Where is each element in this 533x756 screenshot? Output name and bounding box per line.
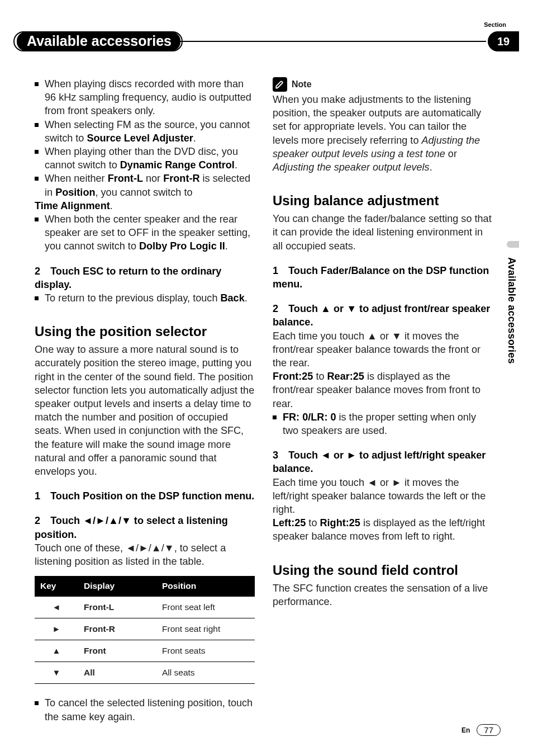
- step-body: Each time you touch ◄ or ► it moves the …: [273, 476, 493, 517]
- section-number-badge: 19: [488, 31, 519, 51]
- display-cell: Front-R: [78, 618, 156, 640]
- position-table: Key Display Position ◄ Front-L Front sea…: [35, 576, 255, 684]
- trailing-line: Time Alignment.: [35, 199, 255, 212]
- step: 3 Touch ◄ or ► to adjust left/right spea…: [273, 448, 493, 543]
- key-cell: ▼: [35, 662, 78, 684]
- table-header: Display: [78, 576, 156, 596]
- bold-term: Source Level Adjuster: [87, 133, 193, 144]
- bullet-tail: .: [235, 159, 237, 171]
- arrow-glyph: ▲: [367, 330, 377, 342]
- step: 1 Touch Fader/Balance on the DSP functio…: [273, 264, 493, 291]
- bullet-mid: nor: [143, 173, 163, 184]
- body-text: to: [313, 371, 327, 382]
- body-text: Each time you touch: [273, 330, 367, 342]
- step-body: Left:25 to Right:25 is displayed as the …: [273, 516, 493, 543]
- body-text: Touch one of these,: [35, 542, 126, 554]
- bullet-tail: , you cannot switch to: [96, 187, 193, 198]
- bullet-item: When both the center speaker and the rea…: [35, 212, 255, 253]
- subsection-heading: Using balance adjustment: [273, 193, 493, 209]
- table-row: ► Front-R Front seat right: [35, 618, 255, 640]
- table-header-row: Key Display Position: [35, 576, 255, 596]
- body-text: Each time you touch: [273, 477, 367, 488]
- bold-term: Time Alignment: [35, 200, 110, 211]
- bullet-item: When selecting FM as the source, you can…: [35, 118, 255, 145]
- side-tab: [507, 241, 519, 248]
- step: 1 Touch Position on the DSP function men…: [35, 489, 255, 503]
- right-column: Note When you make adjustments to the li…: [273, 77, 493, 724]
- body-text: to: [306, 517, 320, 528]
- bold-term: Left:25: [273, 517, 306, 528]
- step-body: Front:25 to Rear:25 is displayed as the …: [273, 370, 493, 410]
- section-label: Section: [484, 21, 506, 28]
- table-row: ▼ All All seats: [35, 662, 255, 684]
- bold-term: FR: 0/LR: 0: [283, 412, 336, 423]
- bullet-item: FR: 0/LR: 0 is the proper setting when o…: [273, 410, 493, 437]
- side-section-label: Available accessories: [506, 257, 517, 364]
- language-label: En: [461, 726, 470, 734]
- step-heading: 3 Touch ◄ or ► to adjust left/right spea…: [273, 448, 493, 475]
- step-heading: 2 Touch ESC to return to the ordinary di…: [35, 264, 255, 291]
- body-text: or: [377, 330, 392, 342]
- bold-term: Rear:25: [327, 371, 364, 382]
- bullet-tail: .: [225, 240, 228, 252]
- arrow-glyph: ◄: [367, 477, 377, 488]
- bullet-text: To cancel the selected listening positio…: [45, 697, 253, 722]
- step-heading: 1 Touch Position on the DSP function men…: [35, 489, 255, 503]
- bullet-text: When neither: [45, 173, 108, 184]
- bullet-item: When neither Front-L nor Front-R is sele…: [35, 172, 255, 199]
- note-header: Note: [273, 77, 493, 92]
- body-text: or: [445, 148, 457, 159]
- italic-ref: Adjusting the speaker output levels: [273, 162, 430, 173]
- title-bar: Available accessories: [13, 31, 486, 51]
- table-row: ◄ Front-L Front seat left: [35, 597, 255, 618]
- note-body: When you make adjustments to the listeni…: [273, 93, 493, 174]
- bullet-item: When playing discs recorded with more th…: [35, 77, 255, 118]
- bold-term: Dynamic Range Control: [120, 159, 235, 171]
- bullet-tail: .: [110, 200, 113, 211]
- table-row: ▲ Front Front seats: [35, 640, 255, 662]
- key-cell: ▲: [35, 640, 78, 662]
- bold-term: Right:25: [320, 517, 360, 528]
- footer: En 77: [461, 724, 501, 736]
- page: Section 19 Available accessories Availab…: [0, 0, 533, 756]
- step-body: Touch one of these, ◄/►/▲/▼, to select a…: [35, 541, 255, 568]
- step-body: Each time you touch ▲ or ▼ it moves the …: [273, 329, 493, 370]
- table-header: Key: [35, 576, 78, 596]
- bold-term: Back: [220, 292, 244, 304]
- bold-term: Position: [55, 187, 95, 198]
- title-rule: [179, 41, 486, 42]
- title-pill: Available accessories: [13, 31, 183, 51]
- bold-term: Front:25: [273, 371, 313, 382]
- body-text: or: [377, 477, 392, 488]
- bullet-item: To return to the previous display, touch…: [35, 291, 255, 305]
- pencil-icon: [273, 77, 287, 92]
- note-label: Note: [292, 78, 312, 91]
- bullet-item: To cancel the selected listening positio…: [35, 696, 255, 723]
- step-heading: 1 Touch Fader/Balance on the DSP functio…: [273, 264, 493, 291]
- bullet-text: To return to the previous display, touch: [45, 292, 220, 304]
- bullet-item: When playing other than the DVD disc, yo…: [35, 145, 255, 172]
- position-cell: Front seats: [156, 640, 255, 662]
- display-cell: Front: [78, 640, 156, 662]
- table-header: Position: [156, 576, 255, 596]
- body-paragraph: You can change the fader/balance setting…: [273, 212, 493, 253]
- step: 2 Touch ▲ or ▼ to adjust front/rear spea…: [273, 302, 493, 437]
- display-cell: Front-L: [78, 597, 156, 618]
- bullet-tail: .: [245, 292, 248, 304]
- left-column: When playing discs recorded with more th…: [35, 77, 255, 724]
- position-cell: All seats: [156, 662, 255, 684]
- body-paragraph: One way to assure a more natural sound i…: [35, 343, 255, 478]
- key-cell: ◄: [35, 597, 78, 618]
- subsection-heading: Using the sound field control: [273, 563, 493, 578]
- key-cell: ►: [35, 618, 78, 640]
- page-number: 77: [477, 724, 501, 736]
- step-heading: 2 Touch ▲ or ▼ to adjust front/rear spea…: [273, 302, 493, 329]
- arrow-glyph: ▼: [392, 330, 402, 342]
- content-columns: When playing discs recorded with more th…: [35, 77, 493, 724]
- bullet-tail: .: [193, 133, 196, 144]
- step-heading: 2 Touch ◄/►/▲/▼ to select a listening po…: [35, 514, 255, 541]
- arrow-glyphs: ◄/►/▲/▼: [126, 542, 174, 554]
- position-cell: Front seat left: [156, 597, 255, 618]
- display-cell: All: [78, 662, 156, 684]
- bullet-text: When playing discs recorded with more th…: [45, 78, 251, 116]
